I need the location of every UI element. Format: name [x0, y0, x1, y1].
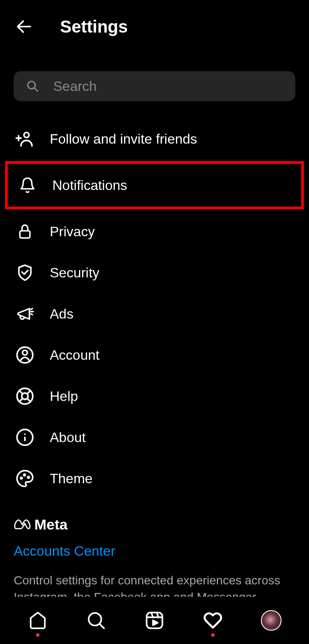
search-container: Search — [14, 71, 295, 101]
settings-item-ads[interactable]: Ads — [0, 293, 309, 334]
svg-line-2 — [34, 88, 38, 91]
settings-item-follow-invite[interactable]: Follow and invite friends — [0, 118, 309, 159]
svg-line-17 — [19, 398, 23, 402]
settings-header: Settings — [0, 0, 309, 45]
shield-check-icon — [15, 263, 34, 282]
accounts-center-link[interactable]: Accounts Center — [14, 543, 115, 559]
nav-activity[interactable] — [203, 610, 223, 631]
search-placeholder: Search — [53, 78, 97, 94]
nav-profile[interactable] — [261, 610, 282, 631]
search-icon — [87, 611, 106, 630]
back-button[interactable] — [14, 16, 34, 37]
settings-item-label: Help — [50, 388, 78, 404]
settings-item-security[interactable]: Security — [0, 252, 309, 293]
lock-icon — [15, 222, 34, 241]
home-icon — [28, 611, 47, 630]
svg-line-7 — [31, 309, 33, 310]
meta-section: Meta Accounts Center Control settings fo… — [0, 499, 309, 605]
settings-list: Follow and invite friends Notifications … — [0, 118, 309, 499]
svg-point-22 — [24, 474, 25, 476]
user-circle-icon — [15, 346, 34, 364]
settings-item-label: About — [50, 430, 86, 445]
svg-line-25 — [100, 624, 104, 628]
svg-marker-30 — [153, 620, 158, 625]
profile-avatar — [261, 610, 282, 631]
settings-item-label: Privacy — [50, 224, 95, 240]
settings-item-label: Theme — [50, 471, 93, 487]
page-title: Settings — [60, 17, 128, 36]
nav-reels[interactable] — [144, 610, 165, 631]
svg-point-11 — [23, 350, 27, 355]
settings-item-account[interactable]: Account — [0, 334, 309, 376]
notification-dot — [211, 633, 215, 637]
settings-item-notifications[interactable]: Notifications — [5, 161, 304, 209]
reels-icon — [145, 611, 164, 630]
lifebuoy-icon — [15, 387, 34, 406]
settings-item-about[interactable]: About — [0, 417, 309, 458]
bottom-navigation — [0, 597, 309, 644]
svg-point-21 — [21, 477, 22, 479]
palette-icon — [15, 469, 34, 488]
meta-brand-text: Meta — [34, 516, 67, 533]
settings-item-label: Ads — [50, 306, 73, 322]
settings-item-label: Security — [50, 265, 100, 281]
settings-item-theme[interactable]: Theme — [0, 458, 309, 499]
notification-dot — [36, 633, 39, 637]
svg-point-23 — [27, 476, 29, 478]
search-input[interactable]: Search — [14, 71, 295, 101]
info-icon — [15, 428, 34, 447]
svg-line-15 — [27, 398, 30, 402]
settings-item-label: Account — [50, 347, 100, 363]
svg-line-9 — [31, 314, 33, 315]
person-add-icon — [15, 129, 34, 148]
meta-icon — [14, 519, 31, 531]
nav-search[interactable] — [86, 610, 106, 631]
settings-item-label: Follow and invite friends — [50, 131, 197, 147]
svg-rect-6 — [20, 231, 30, 238]
heart-icon — [203, 611, 222, 630]
settings-item-label: Notifications — [52, 178, 127, 193]
svg-point-3 — [24, 132, 29, 138]
settings-item-privacy[interactable]: Privacy — [0, 211, 309, 252]
search-icon — [26, 79, 39, 93]
svg-line-16 — [27, 391, 30, 394]
meta-logo: Meta — [14, 516, 295, 533]
megaphone-icon — [15, 304, 34, 323]
svg-line-14 — [19, 391, 23, 394]
settings-item-help[interactable]: Help — [0, 376, 309, 417]
bell-icon — [18, 176, 37, 195]
nav-home[interactable] — [27, 610, 48, 631]
